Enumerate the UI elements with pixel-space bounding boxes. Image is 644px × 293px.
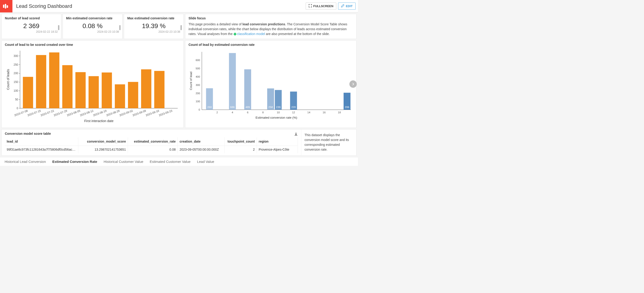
svg-text:2023-09-16: 2023-09-16 [145, 109, 160, 117]
kpi-title: Number of lead scored [5, 16, 58, 20]
col-lead-id[interactable]: lead_id [5, 137, 78, 146]
cell-region: Provence-Alpes-Côte [257, 146, 298, 153]
dashboard-tabs: Historical Lead Conversion Estimated Con… [0, 157, 358, 166]
svg-rect-2 [7, 5, 8, 8]
svg-text:Count of leads: Count of leads [6, 69, 10, 90]
chart-leads-by-rate: Count of lead by estimated conversion ra… [185, 40, 356, 128]
svg-text:2023-07-08: 2023-07-08 [14, 109, 28, 117]
svg-text:Estimated conversion rate (%): Estimated conversion rate (%) [256, 116, 297, 119]
scroll-indicator[interactable] [180, 25, 182, 30]
svg-text:14: 14 [307, 111, 310, 114]
svg-text:8: 8 [262, 111, 264, 114]
svg-rect-19 [36, 55, 46, 108]
scroll-indicator[interactable] [119, 25, 120, 30]
scroll-indicator[interactable] [58, 25, 60, 30]
col-region[interactable]: region [257, 137, 298, 146]
pencil-icon [341, 4, 344, 8]
col-score[interactable]: conversion_model_score [78, 137, 128, 146]
col-date[interactable]: creation_date [178, 137, 225, 146]
svg-rect-37 [154, 71, 164, 108]
tab-historical-value[interactable]: Historical Customer Value [104, 160, 143, 164]
tab-lead-value[interactable]: Lead Value [197, 160, 214, 164]
svg-text:100: 100 [14, 89, 18, 92]
chart-leads-over-time: Count of lead to be scored created over … [2, 40, 184, 128]
kpi-value: 2 369 [5, 22, 58, 30]
cell-touchpoints: 2 [224, 146, 257, 153]
col-touchpoints[interactable]: touchpoint_count [224, 137, 257, 146]
kpi-timestamp: 2024-02-22 18:32 [5, 30, 58, 33]
svg-text:2023-09-09: 2023-09-09 [132, 109, 146, 117]
svg-text:200: 200 [196, 92, 200, 95]
page-title: Lead Scoring Dashboard [16, 3, 306, 9]
edit-button[interactable]: EDIT [338, 3, 356, 10]
svg-rect-0 [3, 5, 4, 8]
kpi-value: 19.39 % [127, 22, 180, 30]
tab-estimated-rate[interactable]: Estimated Conversion Rate [52, 160, 97, 164]
svg-text:300: 300 [14, 54, 18, 58]
svg-text:500: 500 [196, 67, 200, 70]
svg-rect-27 [88, 76, 99, 108]
svg-text:2023-07-15: 2023-07-15 [27, 109, 42, 117]
svg-text:100: 100 [196, 100, 200, 103]
svg-text:2023-07-22: 2023-07-22 [40, 109, 54, 117]
svg-text:220: 220 [292, 106, 296, 109]
app-logo[interactable] [0, 0, 12, 13]
svg-rect-33 [128, 82, 138, 108]
svg-text:600: 600 [196, 59, 200, 62]
svg-text:6: 6 [247, 111, 248, 114]
svg-text:2023-09-23: 2023-09-23 [158, 109, 173, 117]
svg-text:2023-09-02: 2023-09-02 [119, 109, 134, 117]
chart-title: Count of lead by estimated conversion ra… [188, 43, 353, 47]
svg-rect-29 [102, 73, 112, 108]
kpi-timestamp: 2024-02-23 10:38 [66, 30, 119, 33]
svg-text:206: 206 [345, 106, 349, 109]
svg-text:239: 239 [276, 106, 280, 109]
svg-text:12: 12 [292, 111, 295, 114]
svg-text:686: 686 [230, 106, 234, 109]
svg-text:16: 16 [323, 111, 326, 114]
cell-lead-id: 99f31ae8c973fc11281643a7f75806df0cd56ac4… [5, 146, 78, 153]
chart-svg: 0501001502002503002023-07-082023-07-1520… [5, 48, 180, 124]
svg-text:4: 4 [232, 111, 234, 114]
kpi-title: Max estimated conversion rate [127, 16, 180, 20]
svg-text:489: 489 [245, 106, 250, 109]
cell-rate: 0.08 [128, 146, 178, 153]
score-table: lead_id conversion_model_score estimated… [5, 137, 298, 153]
svg-text:2023-08-26: 2023-08-26 [106, 109, 120, 117]
svg-rect-25 [76, 72, 86, 108]
col-rate[interactable]: estimated_conversion_rate [128, 137, 178, 146]
chart-svg: 0100200300400500600246810121416182606864… [188, 48, 353, 124]
header: Lead Scoring Dashboard FULLSCREEN EDIT [0, 0, 358, 13]
tab-estimated-value[interactable]: Estimated Customer Value [150, 160, 190, 164]
svg-rect-21 [49, 53, 60, 108]
fullscreen-icon [309, 4, 312, 8]
table-description: This dataset displays the conversion mod… [301, 129, 356, 155]
kpi-title: Min estimated conversion rate [66, 16, 119, 20]
svg-text:250: 250 [14, 63, 18, 66]
kpi-card-min-rate: Min estimated conversion rate 0.08 % 202… [62, 14, 122, 39]
classification-model-link[interactable]: classification model [237, 32, 265, 36]
svg-text:150: 150 [14, 80, 18, 84]
cell-date: 2023-09-05T00:00:00.000Z [178, 146, 225, 153]
svg-text:2023-08-12: 2023-08-12 [80, 109, 94, 117]
svg-text:258: 258 [268, 106, 273, 109]
svg-text:300: 300 [196, 84, 200, 86]
svg-text:First interaction date: First interaction date [84, 119, 114, 123]
svg-rect-17 [23, 77, 33, 108]
svg-text:0: 0 [16, 107, 18, 110]
download-icon[interactable] [294, 132, 298, 137]
svg-text:0: 0 [199, 108, 200, 111]
fullscreen-button[interactable]: FULLSCREEN [306, 3, 336, 10]
table-title: Conversion model score table [5, 132, 298, 135]
slide-focus-card: Slide focus This page provides a detaile… [185, 14, 356, 39]
slide-focus-title: Slide focus [188, 16, 353, 20]
svg-rect-60 [229, 53, 236, 110]
tab-historical-lead[interactable]: Historical Lead Conversion [4, 160, 46, 164]
svg-text:400: 400 [196, 75, 200, 78]
next-slide-arrow[interactable] [350, 80, 357, 88]
svg-rect-31 [115, 84, 125, 108]
svg-text:200: 200 [14, 72, 18, 75]
table-row[interactable]: 99f31ae8c973fc11281643a7f75806df0cd56ac4… [5, 146, 298, 153]
svg-rect-35 [141, 69, 152, 108]
kpi-timestamp: 2024-02-23 10:38 [127, 30, 180, 33]
